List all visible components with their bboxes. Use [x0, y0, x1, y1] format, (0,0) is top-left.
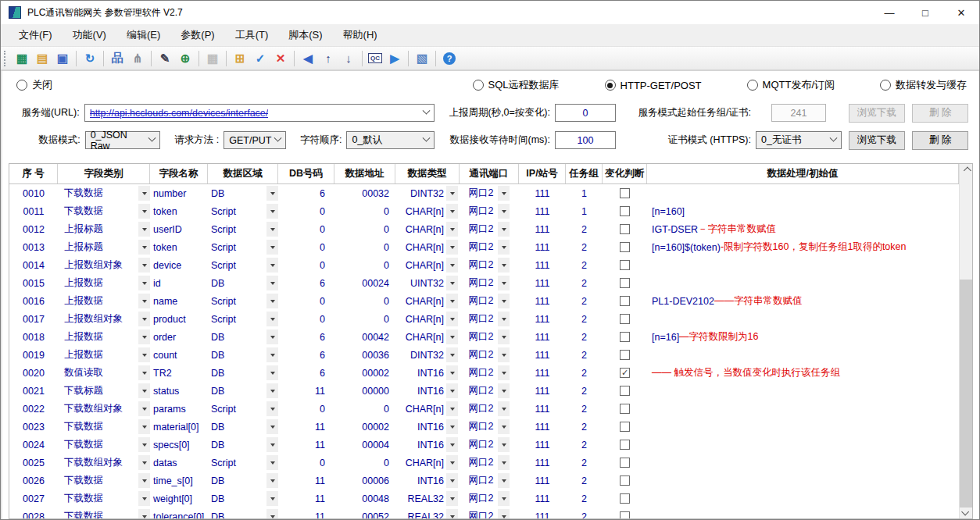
- comm-port-dropdown-button[interactable]: [498, 383, 510, 398]
- mode-radio-close[interactable]: 关闭: [16, 78, 52, 92]
- data-type-dropdown-button[interactable]: [446, 312, 458, 326]
- change-flag-checkbox[interactable]: [620, 386, 630, 396]
- byte-order-combobox[interactable]: 0_默认: [346, 131, 435, 149]
- comm-port-dropdown-button[interactable]: [498, 455, 510, 470]
- cert-delete-button[interactable]: 删 除: [912, 131, 968, 150]
- comm-port-dropdown-button[interactable]: [498, 347, 510, 362]
- cert-browse-button[interactable]: 浏览下载: [849, 131, 905, 150]
- data-type-dropdown-button[interactable]: [446, 240, 458, 255]
- cert-mode-combobox[interactable]: 0_无证书: [756, 131, 842, 149]
- data-area-dropdown-button[interactable]: [266, 276, 278, 290]
- change-flag-checkbox[interactable]: [620, 188, 630, 198]
- comm-port-dropdown-button[interactable]: [498, 222, 510, 237]
- change-flag-checkbox[interactable]: [620, 458, 630, 468]
- comm-port-dropdown-button[interactable]: [498, 329, 510, 344]
- comm-port-dropdown-button[interactable]: [498, 186, 510, 201]
- comm-port-dropdown-button[interactable]: [498, 312, 510, 326]
- url-combobox[interactable]: http://api.hcclouds.com/devices/interfac…: [84, 104, 435, 122]
- data-area-dropdown-button[interactable]: [266, 419, 278, 434]
- change-flag-checkbox[interactable]: [620, 404, 630, 414]
- scroll-down-icon[interactable]: [960, 505, 973, 518]
- method-combobox[interactable]: GET/PUT: [224, 131, 286, 149]
- menu-item[interactable]: 功能(V): [63, 28, 116, 42]
- category-dropdown-button[interactable]: [138, 312, 150, 326]
- category-dropdown-button[interactable]: [138, 204, 150, 219]
- category-dropdown-button[interactable]: [138, 294, 150, 308]
- help-icon[interactable]: ?: [439, 49, 460, 68]
- serial-port-icon[interactable]: ⋔: [127, 49, 148, 68]
- change-flag-checkbox[interactable]: [620, 206, 630, 216]
- category-dropdown-button[interactable]: [138, 222, 150, 237]
- data-mode-combobox[interactable]: 0_JSON Raw: [85, 131, 161, 149]
- device-write-icon[interactable]: ✎: [155, 49, 175, 68]
- change-flag-checkbox[interactable]: [620, 511, 630, 518]
- qc-code-icon[interactable]: QC: [366, 49, 384, 68]
- import-config-icon[interactable]: ▦: [12, 49, 32, 68]
- category-dropdown-button[interactable]: [138, 276, 150, 290]
- comm-port-dropdown-button[interactable]: [498, 258, 510, 272]
- comm-port-dropdown-button[interactable]: [498, 204, 510, 219]
- change-flag-checkbox[interactable]: [620, 242, 630, 252]
- data-type-dropdown-button[interactable]: [446, 437, 458, 452]
- menu-item[interactable]: 帮助(H): [333, 28, 388, 42]
- data-area-dropdown-button[interactable]: [266, 491, 278, 506]
- category-dropdown-button[interactable]: [138, 419, 150, 434]
- image-icon[interactable]: ▧: [412, 49, 432, 68]
- change-flag-checkbox[interactable]: [620, 314, 630, 324]
- comm-port-dropdown-button[interactable]: [498, 294, 510, 308]
- data-area-dropdown-button[interactable]: [266, 509, 278, 518]
- data-area-dropdown-button[interactable]: [266, 240, 278, 255]
- change-flag-checkbox[interactable]: ✓: [620, 368, 630, 378]
- data-area-dropdown-button[interactable]: [266, 365, 278, 380]
- maximize-button[interactable]: □: [907, 1, 943, 24]
- topology-icon[interactable]: 品: [107, 49, 127, 68]
- data-type-dropdown-button[interactable]: [446, 491, 458, 506]
- data-type-dropdown-button[interactable]: [446, 401, 458, 416]
- comm-port-dropdown-button[interactable]: [498, 401, 510, 416]
- menu-item[interactable]: 参数(P): [170, 28, 224, 42]
- menu-item[interactable]: 文件(F): [9, 28, 63, 42]
- data-area-dropdown-button[interactable]: [266, 204, 278, 219]
- data-area-dropdown-button[interactable]: [266, 383, 278, 398]
- report-period-input[interactable]: [555, 104, 616, 122]
- data-type-dropdown-button[interactable]: [446, 473, 458, 488]
- change-flag-checkbox[interactable]: [620, 350, 630, 360]
- comm-port-dropdown-button[interactable]: [498, 473, 510, 488]
- data-type-dropdown-button[interactable]: [446, 204, 458, 219]
- minimize-button[interactable]: —: [871, 1, 907, 24]
- data-area-dropdown-button[interactable]: [266, 473, 278, 488]
- data-type-dropdown-button[interactable]: [446, 347, 458, 362]
- add-group-icon[interactable]: ⊞: [230, 49, 250, 68]
- refresh-icon[interactable]: ↻: [80, 49, 100, 68]
- data-area-dropdown-button[interactable]: [266, 401, 278, 416]
- menu-item[interactable]: 编辑(E): [116, 28, 170, 42]
- category-dropdown-button[interactable]: [138, 240, 150, 255]
- wait-time-input[interactable]: [555, 131, 616, 149]
- category-dropdown-button[interactable]: [138, 473, 150, 488]
- change-flag-checkbox[interactable]: [620, 278, 630, 288]
- data-area-dropdown-button[interactable]: [266, 347, 278, 362]
- run-icon[interactable]: ▶: [384, 49, 405, 68]
- category-dropdown-button[interactable]: [138, 365, 150, 380]
- change-flag-checkbox[interactable]: [620, 332, 630, 342]
- menu-item[interactable]: 工具(T): [225, 28, 279, 42]
- data-type-dropdown-button[interactable]: [446, 509, 458, 518]
- vertical-scrollbar[interactable]: [959, 164, 972, 518]
- data-type-dropdown-button[interactable]: [446, 329, 458, 344]
- data-type-dropdown-button[interactable]: [446, 419, 458, 434]
- data-area-dropdown-button[interactable]: [266, 455, 278, 470]
- prev-icon[interactable]: ◀: [298, 49, 318, 68]
- data-area-dropdown-button[interactable]: [266, 186, 278, 201]
- data-type-dropdown-button[interactable]: [446, 365, 458, 380]
- data-type-dropdown-button[interactable]: [446, 455, 458, 470]
- data-type-dropdown-button[interactable]: [446, 383, 458, 398]
- category-dropdown-button[interactable]: [138, 186, 150, 201]
- data-type-dropdown-button[interactable]: [446, 276, 458, 290]
- mode-radio-SQL远程数据库[interactable]: SQL远程数据库: [473, 78, 560, 92]
- toolbar-grip[interactable]: [4, 51, 8, 66]
- category-dropdown-button[interactable]: [138, 509, 150, 518]
- change-flag-checkbox[interactable]: [620, 224, 630, 234]
- data-type-dropdown-button[interactable]: [446, 258, 458, 272]
- grid-disabled-icon[interactable]: ▦: [202, 49, 223, 68]
- mode-radio-HTTP-GET/POST[interactable]: HTTP-GET/POST: [605, 78, 702, 92]
